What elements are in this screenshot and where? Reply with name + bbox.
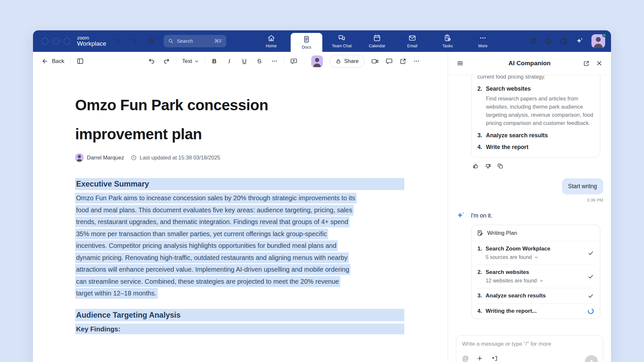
tab-email[interactable]: Email (396, 30, 428, 52)
step-sources-toggle[interactable]: 5 sources are found (486, 254, 584, 260)
plan-step-row: 3. Analyze search results (477, 288, 595, 303)
user-avatar[interactable] (591, 34, 605, 48)
ai-chat-scroll-area[interactable]: current food pricing strategy. 2. Search… (448, 75, 611, 362)
highlighted-line: trends, restaurant upgrades, and themati… (75, 217, 349, 227)
online-status-dot (602, 33, 606, 37)
italic-button[interactable]: I (226, 58, 233, 65)
step-sources-toggle[interactable]: 12 websites are found (486, 278, 584, 284)
strikethrough-button[interactable]: S (256, 58, 263, 65)
document-title: Omzo Fun Park concession improvement pla… (75, 91, 448, 149)
more-formatting-icon[interactable] (271, 58, 278, 65)
mention-icon[interactable]: @ (462, 355, 469, 362)
team-chat-icon (338, 34, 346, 42)
text-style-dropdown[interactable]: Text (182, 58, 199, 64)
highlighted-line: dynamic pricing. Renovating high-traffic… (75, 252, 349, 263)
notifications-bell-icon[interactable] (545, 37, 553, 45)
author-name: Darrel Marquez (87, 155, 124, 161)
underline-button[interactable]: U (241, 58, 248, 65)
window-zoom-button[interactable] (64, 38, 71, 45)
ai-companion-panel: AI Companion current food pricing strate… (448, 52, 611, 362)
doc-toolbar: Back (33, 52, 448, 70)
plan-step-title: Write the report (486, 144, 594, 151)
thumbs-down-icon[interactable] (485, 163, 491, 170)
bold-button[interactable]: B (211, 58, 217, 65)
divider (205, 57, 205, 65)
nav-forward-icon[interactable] (131, 38, 137, 44)
ai-companion-sparkle-icon[interactable] (575, 37, 584, 45)
logo-zoom-text: zoom (77, 35, 106, 40)
message-feedback-bar (472, 163, 603, 170)
window-close-button[interactable] (41, 38, 48, 45)
highlighted-line: attractions will enhance perceived value… (75, 264, 350, 275)
tab-docs[interactable]: Docs (291, 33, 322, 52)
writing-plan-title: Writing Plan (487, 230, 517, 236)
tab-team-chat[interactable]: Team Chat (326, 30, 358, 52)
chevron-down-icon (194, 59, 199, 64)
help-icon[interactable] (529, 37, 537, 45)
step-loading-spinner (588, 308, 594, 314)
hamburger-menu-icon[interactable] (457, 60, 464, 67)
ai-sparkle-avatar (456, 211, 466, 220)
top-navbar: zoom Workplace Search ⌘F (33, 30, 611, 52)
zoom-workplace-logo: zoom Workplace (77, 35, 106, 47)
window-controls[interactable] (41, 38, 71, 45)
divider (176, 57, 176, 65)
plan-step-description: Find research papers and articles from w… (486, 95, 594, 127)
nav-tabs: Home Docs Team Chat Calendar Email (255, 30, 499, 52)
collaborator-avatar[interactable] (311, 55, 323, 67)
calendar-date-icon[interactable] (560, 37, 568, 45)
search-input[interactable]: Search ⌘F (164, 35, 226, 47)
ai-panel-title: AI Companion (508, 60, 551, 67)
home-icon (267, 34, 275, 42)
lock-icon (335, 58, 341, 64)
clipped-text-line: current food pricing strategy. (477, 75, 594, 81)
open-external-icon[interactable] (399, 58, 407, 65)
highlighted-line: 35% more per transaction than smaller pa… (75, 229, 328, 239)
step-done-check-icon (588, 250, 594, 256)
document-canvas[interactable]: Omzo Fun Park concession improvement pla… (33, 70, 448, 362)
share-button[interactable]: Share (330, 55, 364, 68)
ai-message-composer[interactable]: Write a message or type “/” for more @ (456, 335, 603, 362)
video-meeting-icon[interactable] (371, 57, 379, 65)
document-byline: Darrel Marquez Last updated at 15:38 03/… (75, 153, 448, 162)
highlighted-line: incentives. Competitor pricing analysis … (75, 240, 338, 251)
window-minimize-button[interactable] (53, 38, 59, 45)
tab-more[interactable]: More (467, 30, 499, 52)
more-actions-icon[interactable] (413, 58, 420, 65)
calendar-icon (373, 34, 381, 42)
plan-step-title: Search websites (486, 85, 594, 92)
nav-back-icon[interactable] (115, 38, 122, 44)
tab-calendar[interactable]: Calendar (361, 30, 393, 52)
undo-icon[interactable] (148, 57, 155, 65)
user-message-bubble: Start writng (562, 178, 604, 194)
logo-workplace-text: Workplace (77, 40, 106, 47)
ai-panel-header: AI Companion (448, 52, 611, 75)
chat-icon[interactable] (385, 57, 393, 65)
copy-icon[interactable] (497, 163, 504, 170)
back-button[interactable]: Back (41, 58, 64, 65)
last-updated: Last updated at 15:38 03/18/2025 (140, 155, 220, 161)
step-done-check-icon (588, 293, 594, 299)
highlighted-line: Omzo Fun Park aims to increase concessio… (75, 193, 357, 204)
ai-prompt-icon[interactable] (491, 355, 498, 362)
plan-step-row: 2. Search websites 12 websites are found (477, 264, 595, 288)
zoom-workplace-window: zoom Workplace Search ⌘F (33, 30, 611, 362)
thumbs-up-icon[interactable] (472, 163, 479, 170)
chevron-down-icon (539, 279, 544, 283)
ai-plan-message-card: current food pricing strategy. 2. Search… (471, 75, 600, 158)
add-comment-icon[interactable] (290, 57, 298, 65)
sidebar-toggle-icon[interactable] (76, 57, 84, 65)
add-attachment-icon[interactable] (476, 355, 483, 362)
redo-icon[interactable] (163, 57, 170, 65)
tab-home[interactable]: Home (255, 30, 287, 52)
step-done-check-icon (588, 273, 594, 280)
composer-placeholder: Write a message or type “/” for more (462, 341, 597, 347)
history-icon[interactable] (147, 37, 154, 45)
ai-reply-text: I'm on it. (471, 212, 492, 219)
close-icon[interactable] (596, 60, 603, 67)
divider (284, 57, 284, 65)
tab-tasks[interactable]: Tasks (432, 30, 463, 52)
search-placeholder: Search (177, 38, 193, 44)
pop-out-icon[interactable] (583, 60, 590, 67)
message-timestamp: 3:36 PM (456, 198, 603, 203)
